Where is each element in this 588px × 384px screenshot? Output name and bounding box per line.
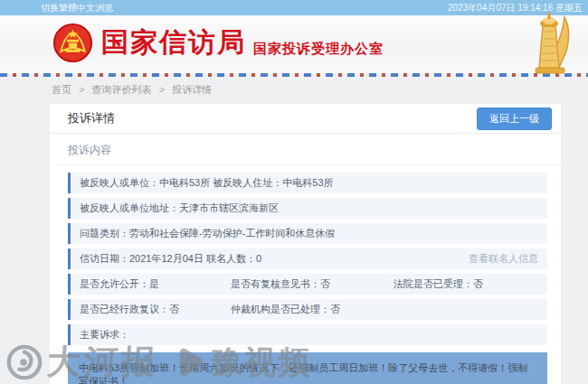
breadcrumb: 首页 > 查询评价列表 > 投诉详情	[52, 83, 588, 97]
field-row-main-appeal-label: 主要诉求：	[68, 324, 547, 345]
field-text: 是否允许公开：是	[80, 278, 231, 290]
field-text: 是否有复核意见书：否	[231, 278, 394, 290]
field-row-respondent: 被反映人或单位：中电科53所 被反映人住址：中电科53所	[68, 173, 547, 193]
org-subtitle: 国家投诉受理办公室	[253, 41, 384, 58]
field-text: 法院是否已受理：否	[394, 278, 538, 290]
site-brand: 国家信访局 国家投诉受理办公室	[52, 23, 384, 63]
breadcrumb-query-list[interactable]: 查询评价列表	[92, 84, 152, 95]
field-row-respondent-address: 被反映人或单位地址：天津市市辖区滨海新区	[68, 198, 547, 219]
field-text: 信访日期：2021年12月04日 联名人数：0	[80, 253, 469, 265]
main-appeal-text: 中电科53所强制加班！长期周六加班的情况下，还强制员工周日加班！除了父母去世，不…	[68, 352, 547, 384]
dahe-daily-logo-icon	[5, 343, 43, 381]
field-text: 被反映人或单位地址：天津市市辖区滨海新区	[80, 202, 538, 214]
site-header: 国家信访局 国家投诉受理办公室	[0, 15, 588, 73]
view-cosigners-link[interactable]: 查看联名人信息	[469, 253, 538, 265]
panel-header: 投诉详情 返回上一级	[50, 104, 561, 134]
top-utility-bar: 切换繁體中文浏览 2023年04月07日 19:14:16 星期五	[0, 0, 588, 15]
field-text: 被反映人或单位：中电科53所 被反映人住址：中电科53所	[80, 177, 538, 189]
field-text: 主要诉求：	[80, 329, 538, 341]
field-row-petition-date: 信访日期：2021年12月04日 联名人数：0 查看联名人信息	[68, 248, 547, 269]
breadcrumb-home[interactable]: 首页	[52, 84, 71, 95]
field-row-reconsideration-arbitration: 是否已经行政复议：否 仲裁机构是否已处理：否	[68, 299, 547, 320]
lang-switch-link[interactable]: 切换繁體中文浏览	[41, 0, 113, 15]
field-text: 是否已经行政复议：否	[80, 304, 231, 315]
field-row-public-review-court: 是否允许公开：是 是否有复核意见书：否 法院是否已受理：否	[68, 274, 547, 295]
breadcrumb-current: 投诉详情	[172, 84, 212, 95]
complaint-detail-panel: 投诉详情 返回上一级 投诉内容 被反映人或单位：中电科53所 被反映人住址：中电…	[50, 104, 561, 384]
national-emblem-icon	[52, 23, 93, 63]
org-name: 国家信访局	[101, 24, 246, 61]
field-row-problem-category: 问题类别：劳动和社会保障-劳动保护-工作时间和休息休假	[68, 223, 547, 244]
section-title-complaint-content: 投诉内容	[50, 134, 561, 165]
dotted-divider	[0, 73, 588, 77]
breadcrumb-separator: >	[79, 84, 84, 95]
complaint-fields: 被反映人或单位：中电科53所 被反映人住址：中电科53所 被反映人或单位地址：天…	[50, 165, 561, 345]
field-text: 问题类别：劳动和社会保障-劳动保护-工作时间和休息休假	[80, 228, 538, 239]
back-button[interactable]: 返回上一级	[477, 108, 552, 130]
field-text: 仲裁机构是否已处理：否	[231, 304, 394, 315]
page-title: 投诉详情	[68, 110, 115, 126]
golden-column-icon	[525, 12, 577, 75]
breadcrumb-separator: >	[159, 84, 165, 95]
